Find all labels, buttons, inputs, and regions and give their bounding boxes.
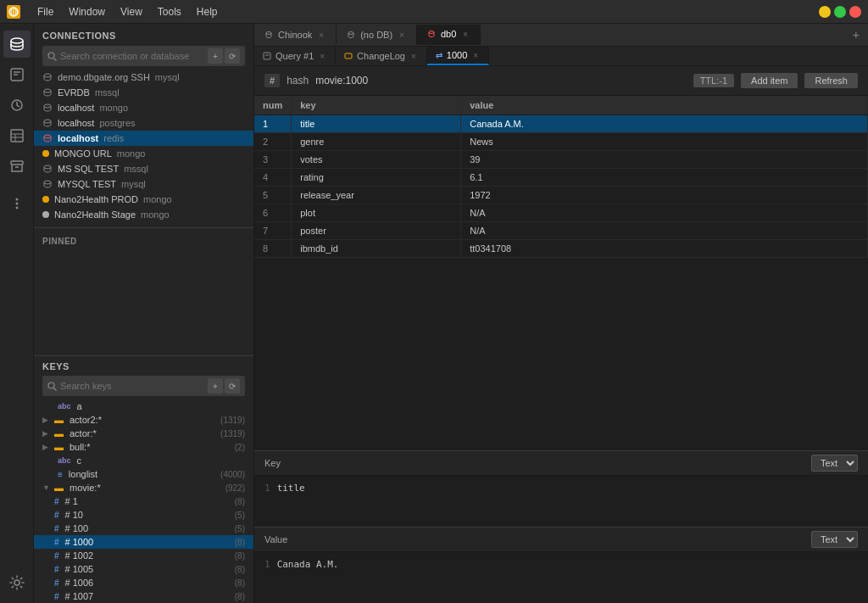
svg-point-24 (44, 135, 51, 138)
table-row-5[interactable]: 6 plot N/A (254, 204, 868, 222)
key-item-1000[interactable]: # # 1000 (8) (34, 535, 253, 549)
connection-item-8[interactable]: Nano2Health PROD mongo (34, 192, 253, 207)
key-name-bull: bull:* (70, 442, 231, 452)
sub-tab-2[interactable]: ⇄ 1000 × (427, 47, 489, 65)
key-item-10[interactable]: # # 10 (5) (34, 508, 253, 522)
connections-panel: CONNECTIONS + ⟳ demo.dbgate.org SSH mysq… (34, 24, 254, 603)
table-row-1[interactable]: 2 genre News (254, 133, 868, 151)
svg-point-23 (44, 120, 51, 123)
add-key-button[interactable]: + (208, 378, 223, 394)
table-row-4[interactable]: 5 release_year 1972 (254, 187, 868, 204)
hash-icon-10: # (54, 511, 59, 520)
sub-tab-close-1[interactable]: × (409, 52, 418, 61)
key-item-c[interactable]: abc c (34, 454, 253, 467)
refresh-connections-button[interactable]: ⟳ (225, 48, 240, 64)
maximize-button[interactable]: □ (834, 6, 846, 18)
hash-icon-1007: # (54, 592, 59, 601)
svg-point-25 (44, 165, 51, 169)
keys-list: abc a ▶ ▬ actor2:* (1319) ▶ ▬ actor:* (1… (34, 399, 253, 603)
key-item-1002[interactable]: # # 1002 (8) (34, 549, 253, 562)
key-item-actor[interactable]: ▶ ▬ actor:* (1319) (34, 427, 253, 440)
main-tab-close-0[interactable]: × (317, 31, 326, 40)
col-num: num (254, 96, 292, 115)
key-item-actor2[interactable]: ▶ ▬ actor2:* (1319) (34, 413, 253, 427)
connection-item-0[interactable]: demo.dbgate.org SSH mysql (34, 70, 253, 85)
key-item-1005[interactable]: # # 1005 (8) (34, 562, 253, 576)
key-editor-value[interactable]: title (277, 483, 305, 494)
sidebar-icon-settings[interactable] (3, 569, 31, 596)
table-row-0[interactable]: 1 title Canada A.M. (254, 115, 868, 133)
connection-item-7[interactable]: MYSQL TEST mysql (34, 176, 253, 192)
line-num-v1: 1 (264, 559, 270, 570)
keys-search-input[interactable] (60, 381, 204, 391)
main-content: Chinook × (no DB) × db0 × + Query #1 × (254, 24, 868, 603)
sub-tab-label-1: ChangeLog (357, 51, 405, 61)
main-tab-close-2[interactable]: × (461, 30, 470, 39)
connection-item-6[interactable]: MS SQL TEST mssql (34, 161, 253, 176)
sidebar-icon-archive[interactable] (3, 153, 31, 180)
connection-dot-5 (42, 150, 49, 157)
sidebar-icon-more[interactable] (3, 190, 31, 217)
value-editor-value[interactable]: Canada A.M. (277, 559, 339, 570)
svg-rect-34 (345, 53, 352, 59)
key-count-1000: (8) (235, 538, 245, 547)
key-item-a[interactable]: abc a (34, 399, 253, 413)
connection-item-9[interactable]: Nano2Health Stage mongo (34, 207, 253, 222)
menu-view[interactable]: View (114, 4, 149, 20)
key-item-longlist[interactable]: ≡ longlist (4000) (34, 467, 253, 481)
svg-point-21 (44, 89, 51, 92)
col-value: value (461, 96, 868, 115)
sidebar-icon-history[interactable] (3, 92, 31, 119)
table-row-7[interactable]: 8 ibmdb_id tt0341708 (254, 240, 868, 258)
refresh-button[interactable]: Refresh (804, 73, 858, 88)
hash-icon-1002: # (54, 551, 59, 561)
sidebar-icon-table[interactable] (3, 122, 31, 149)
connection-item-1[interactable]: EVRDB mssql (34, 85, 253, 100)
connection-name-1: EVRDB (58, 87, 90, 98)
main-tab-close-1[interactable]: × (398, 31, 406, 40)
key-item-1[interactable]: # # 1 (8) (34, 494, 253, 508)
menu-window[interactable]: Window (62, 4, 112, 20)
sub-tab-close-2[interactable]: × (471, 51, 480, 60)
refresh-keys-button[interactable]: ⟳ (225, 378, 240, 394)
menu-help[interactable]: Help (190, 4, 225, 20)
sidebar-icon-connections[interactable] (3, 31, 31, 58)
expand-icon-actor2: ▶ (42, 416, 51, 424)
hash-icon-1000: # (54, 538, 59, 547)
svg-point-16 (15, 207, 18, 209)
sub-tab-close-0[interactable]: × (318, 52, 326, 61)
key-item-bull[interactable]: ▶ ▬ bull:* (2) (34, 440, 253, 454)
key-count-1006: (8) (235, 578, 245, 588)
minimize-button[interactable]: − (819, 6, 831, 18)
key-type-select[interactable]: Text (811, 455, 858, 472)
menu-file[interactable]: File (31, 4, 60, 20)
cell-num-3: 4 (254, 169, 292, 187)
connection-item-4[interactable]: localhost redis (34, 131, 253, 146)
value-type-select[interactable]: Text (811, 531, 858, 548)
table-row-2[interactable]: 3 votes 39 (254, 151, 868, 169)
add-item-button[interactable]: Add item (741, 73, 798, 88)
table-row-6[interactable]: 7 poster N/A (254, 222, 868, 240)
main-tab-1[interactable]: (no DB) × (337, 25, 417, 44)
tab-db-icon-0 (264, 31, 273, 39)
connection-item-2[interactable]: localhost mongo (34, 100, 253, 115)
table-row-3[interactable]: 4 rating 6.1 (254, 169, 868, 187)
main-tab-0[interactable]: Chinook × (254, 25, 337, 44)
connections-search-input[interactable] (60, 51, 204, 61)
key-item-1006[interactable]: # # 1006 (8) (34, 576, 253, 589)
key-item-movie[interactable]: ▼ ▬ movie:* (922) (34, 481, 253, 494)
sidebar-icon-query[interactable] (3, 61, 31, 88)
key-item-100[interactable]: # # 100 (5) (34, 522, 253, 535)
connection-item-3[interactable]: localhost postgres (34, 115, 253, 131)
close-button[interactable]: × (849, 6, 861, 18)
key-item-1007[interactable]: # # 1007 (8) (34, 589, 253, 603)
main-tab-2[interactable]: db0 × (417, 25, 481, 45)
sub-tab-bar: Query #1 × ChangeLog × ⇄ 1000 × (254, 47, 868, 66)
sub-tab-0[interactable]: Query #1 × (254, 47, 336, 64)
menu-tools[interactable]: Tools (151, 4, 188, 20)
connection-name-5: MONGO URL (54, 148, 112, 159)
add-tab-button[interactable]: + (844, 24, 868, 46)
sub-tab-1[interactable]: ChangeLog × (336, 47, 427, 64)
connection-item-5[interactable]: MONGO URL mongo (34, 146, 253, 161)
add-connection-button[interactable]: + (208, 48, 223, 64)
